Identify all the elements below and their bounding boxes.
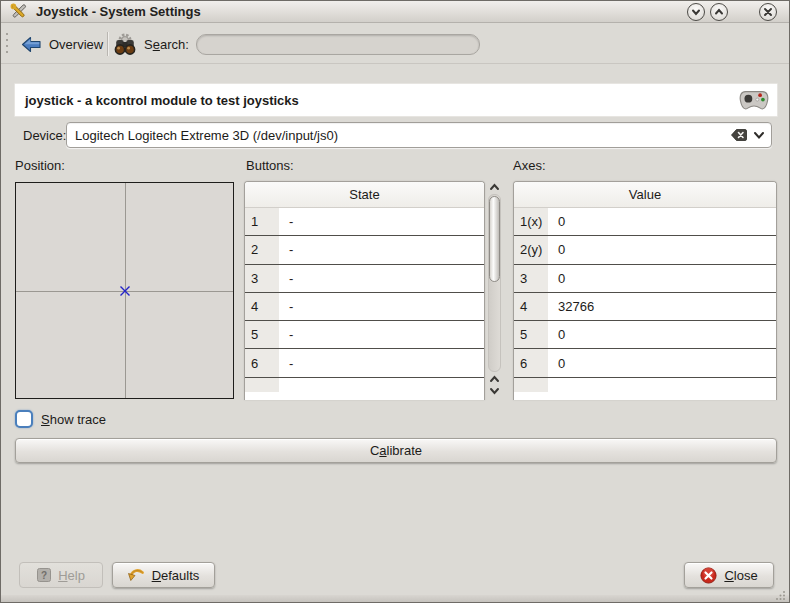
module-title: joystick - a kcontrol module to test joy… <box>25 93 299 108</box>
button-number: 5 <box>245 321 279 348</box>
undo-defaults-icon <box>128 568 145 582</box>
axes-label: Axes: <box>513 158 546 173</box>
system-settings-window: Joystick - System Settings Overview <box>0 0 790 603</box>
button-state: - <box>279 208 484 235</box>
calibrate-label: Calibrate <box>370 443 422 458</box>
tools-app-icon <box>10 3 27 20</box>
clear-backspace-icon <box>731 129 747 141</box>
axis-value: 0 <box>548 321 776 348</box>
binoculars-search-icon <box>113 32 137 57</box>
axis-value: 0 <box>548 265 776 292</box>
joystick-x-marker <box>119 285 131 297</box>
table-row: 5 - <box>245 321 484 349</box>
chevron-down-icon <box>690 6 702 18</box>
toolbar: Overview Search: <box>1 24 789 64</box>
table-row: 2 - <box>245 236 484 264</box>
table-row: 6 - <box>245 349 484 377</box>
overview-label: Overview <box>49 37 103 52</box>
scroll-down-button[interactable] <box>489 386 500 396</box>
table-row: 1 - <box>245 208 484 236</box>
toolbar-drag-handle[interactable] <box>6 33 8 57</box>
close-label: Close <box>724 568 757 583</box>
axes-table-header: Value <box>514 182 776 208</box>
close-red-icon <box>700 567 717 584</box>
joystick-position-pad <box>15 182 234 399</box>
button-state: - <box>279 265 484 292</box>
chevron-down-icon <box>489 386 500 396</box>
button-state: - <box>279 349 484 376</box>
scrollbar-thumb[interactable] <box>489 196 500 282</box>
overview-button[interactable]: Overview <box>15 30 109 58</box>
window-title: Joystick - System Settings <box>36 4 201 19</box>
table-row: 3 - <box>245 265 484 293</box>
table-row: 3 0 <box>514 265 776 293</box>
defaults-label: Defaults <box>152 568 200 583</box>
axis-number: 3 <box>514 265 548 292</box>
chevron-down-icon <box>753 131 765 140</box>
show-trace-label[interactable]: Show trace <box>41 412 106 427</box>
chevron-up-icon <box>489 374 500 384</box>
toolbar-separator <box>107 32 108 56</box>
device-value: Logitech Logitech Extreme 3D (/dev/input… <box>75 128 731 143</box>
close-window-button[interactable] <box>759 3 777 21</box>
button-number: 1 <box>245 208 279 235</box>
axis-number: 2(y) <box>514 236 548 263</box>
position-label: Position: <box>15 158 65 173</box>
table-row: 4 32766 <box>514 293 776 321</box>
axis-value: 32766 <box>548 293 776 320</box>
button-state: - <box>279 293 484 320</box>
table-row: 6 0 <box>514 349 776 377</box>
table-row: 5 0 <box>514 321 776 349</box>
axis-number: 5 <box>514 321 548 348</box>
chevron-up-icon <box>713 6 725 18</box>
table-row: 2(y) 0 <box>514 236 776 264</box>
calibrate-button[interactable]: Calibrate <box>15 438 777 463</box>
window-bottom-edge <box>1 595 789 602</box>
search-label: Search: <box>144 37 189 52</box>
axis-value: 0 <box>548 349 776 376</box>
combo-dropdown-arrow[interactable] <box>753 131 765 140</box>
buttons-scrollbar[interactable] <box>488 182 501 399</box>
axes-table-rows: 1(x) 0 2(y) 0 3 0 4 32766 <box>514 208 776 378</box>
close-button[interactable]: Close <box>684 562 774 588</box>
button-number: 6 <box>245 349 279 376</box>
scroll-up-button-2[interactable] <box>489 374 500 384</box>
resize-grip[interactable] <box>776 590 786 600</box>
clear-device-button[interactable] <box>731 129 747 141</box>
help-label: Help <box>58 568 85 583</box>
chevron-up-icon <box>489 182 500 192</box>
defaults-button[interactable]: Defaults <box>112 562 215 588</box>
scroll-up-button[interactable] <box>489 182 500 192</box>
buttons-table-rows: 1 - 2 - 3 - 4 - 5 <box>245 208 484 378</box>
help-button[interactable]: ? Help <box>19 562 103 588</box>
button-number: 3 <box>245 265 279 292</box>
axes-table: Value 1(x) 0 2(y) 0 3 0 4 <box>513 181 777 400</box>
close-icon <box>762 6 774 18</box>
axis-value: 0 <box>548 208 776 235</box>
table-row: 4 - <box>245 293 484 321</box>
button-number: 2 <box>245 236 279 263</box>
show-trace-checkbox[interactable] <box>15 410 33 428</box>
table-row-partial <box>245 378 484 392</box>
button-number: 4 <box>245 293 279 320</box>
maximize-button[interactable] <box>710 3 728 21</box>
button-state: - <box>279 321 484 348</box>
titlebar[interactable]: Joystick - System Settings <box>1 1 789 23</box>
buttons-label: Buttons: <box>246 158 294 173</box>
help-icon: ? <box>37 568 51 582</box>
svg-text:?: ? <box>41 570 47 581</box>
back-arrow-icon <box>21 36 42 53</box>
axis-number: 1(x) <box>514 208 548 235</box>
table-row-partial <box>514 378 776 392</box>
shade-button[interactable] <box>687 3 705 21</box>
axis-number: 4 <box>514 293 548 320</box>
table-row: 1(x) 0 <box>514 208 776 236</box>
search-input[interactable] <box>196 34 480 55</box>
device-label: Device: <box>23 128 66 143</box>
buttons-table: State 1 - 2 - 3 - 4 <box>244 181 485 400</box>
buttons-table-header: State <box>245 182 484 208</box>
gamepad-icon <box>739 89 769 112</box>
device-combobox[interactable]: Logitech Logitech Extreme 3D (/dev/input… <box>66 122 772 148</box>
axis-value: 0 <box>548 236 776 263</box>
module-header: joystick - a kcontrol module to test joy… <box>14 83 778 117</box>
